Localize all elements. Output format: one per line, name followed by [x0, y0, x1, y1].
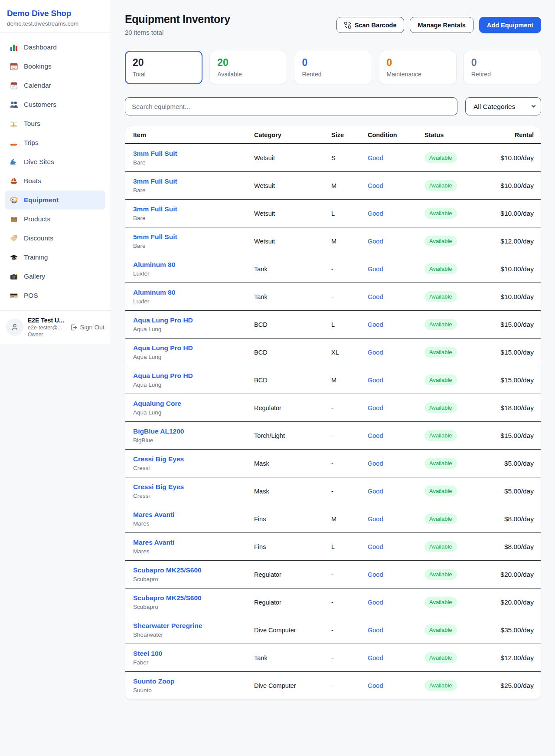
item-name-link[interactable]: Scubapro MK25/S600 [133, 566, 202, 574]
sidebar-item-label: Boats [24, 177, 41, 185]
sidebar-item-tours[interactable]: Tours [5, 114, 105, 133]
category-select-wrap: All Categories [465, 97, 541, 115]
table-row[interactable]: Aluminum 80 Luxfer Tank - Good Available… [125, 283, 541, 311]
table-row[interactable]: Cressi Big Eyes Cressi Mask - Good Avail… [125, 477, 541, 505]
table-row[interactable]: BigBlue AL1200 BigBlue Torch/Light - Goo… [125, 422, 541, 450]
sidebar-item-equipment[interactable]: Equipment [5, 191, 105, 210]
sidebar-nav: Dashboard 17 Bookings Calendar Customers… [0, 33, 111, 310]
stat-card-total[interactable]: 20 Total [125, 51, 202, 84]
item-category: BCD [254, 366, 331, 394]
item-name-link[interactable]: 5mm Full Suit [133, 233, 177, 241]
stat-card-available[interactable]: 20 Available [209, 51, 287, 84]
condition-link[interactable]: Good [368, 377, 383, 384]
sidebar-item-pos[interactable]: POS [5, 286, 105, 305]
scan-barcode-button[interactable]: Scan Barcode [336, 17, 405, 33]
item-size: - [331, 644, 368, 672]
condition-link[interactable]: Good [368, 571, 383, 578]
sidebar-item-calendar[interactable]: Calendar [5, 76, 105, 95]
item-name-link[interactable]: Aluminum 80 [133, 261, 175, 269]
table-row[interactable]: Scubapro MK25/S600 Scubapro Regulator - … [125, 561, 541, 588]
item-name-link[interactable]: 3mm Full Suit [133, 150, 177, 158]
item-brand: Aqua Lung [133, 381, 254, 388]
table-row[interactable]: 5mm Full Suit Bare Wetsuit M Good Availa… [125, 227, 541, 255]
condition-link[interactable]: Good [368, 654, 383, 661]
add-equipment-button[interactable]: Add Equipment [479, 17, 541, 33]
table-row[interactable]: 3mm Full Suit Bare Wetsuit S Good Availa… [125, 144, 541, 172]
sign-out-button[interactable]: Sign Out [70, 324, 104, 331]
table-row[interactable]: Aqua Lung Pro HD Aqua Lung BCD XL Good A… [125, 339, 541, 366]
dive-sites-icon [10, 158, 18, 166]
item-name-link[interactable]: Aluminum 80 [133, 289, 175, 296]
sidebar-item-dive-sites[interactable]: Dive Sites [5, 152, 105, 171]
condition-link[interactable]: Good [368, 154, 383, 161]
sidebar-item-discounts[interactable]: Discounts [5, 229, 105, 248]
condition-link[interactable]: Good [368, 516, 383, 523]
item-name-link[interactable]: Cressi Big Eyes [133, 483, 184, 491]
item-name-link[interactable]: Steel 100 [133, 650, 162, 657]
item-name-link[interactable]: Aqualung Core [133, 400, 181, 408]
item-name-link[interactable]: Suunto Zoop [133, 677, 175, 685]
condition-link[interactable]: Good [368, 404, 383, 411]
sidebar-item-trips[interactable]: Trips [5, 133, 105, 152]
condition-link[interactable]: Good [368, 349, 383, 356]
condition-link[interactable]: Good [368, 682, 383, 689]
user-meta: E2E Test U... e2e-tester@... Owner [28, 317, 65, 338]
table-row[interactable]: Suunto Zoop Suunto Dive Computer - Good … [125, 672, 541, 700]
search-input[interactable] [125, 97, 457, 115]
item-name-link[interactable]: Shearwater Peregrine [133, 622, 202, 630]
stat-card-rented[interactable]: 0 Rented [294, 51, 372, 84]
table-row[interactable]: 3mm Full Suit Bare Wetsuit L Good Availa… [125, 200, 541, 227]
sidebar-item-label: Trips [24, 139, 39, 147]
table-row[interactable]: Cressi Big Eyes Cressi Mask - Good Avail… [125, 450, 541, 477]
item-name-link[interactable]: 3mm Full Suit [133, 177, 177, 185]
item-name-link[interactable]: Aqua Lung Pro HD [133, 344, 193, 352]
item-name-link[interactable]: Aqua Lung Pro HD [133, 372, 193, 380]
condition-link[interactable]: Good [368, 543, 383, 550]
item-name-link[interactable]: Scubapro MK25/S600 [133, 594, 202, 602]
table-row[interactable]: Steel 100 Faber Tank - Good Available $1… [125, 644, 541, 672]
sidebar-item-dashboard[interactable]: Dashboard [5, 38, 105, 57]
condition-link[interactable]: Good [368, 238, 383, 245]
sidebar-item-boats[interactable]: Boats [5, 171, 105, 191]
table-row[interactable]: Shearwater Peregrine Shearwater Dive Com… [125, 616, 541, 644]
status-badge: Available [424, 402, 457, 413]
item-name-link[interactable]: BigBlue AL1200 [133, 427, 184, 435]
item-brand: Shearwater [133, 631, 254, 638]
sidebar-item-customers[interactable]: Customers [5, 95, 105, 114]
condition-link[interactable]: Good [368, 182, 383, 189]
table-row[interactable]: 3mm Full Suit Bare Wetsuit M Good Availa… [125, 172, 541, 200]
table-row[interactable]: Mares Avanti Mares Fins M Good Available… [125, 505, 541, 533]
brand-name[interactable]: Demo Dive Shop [7, 9, 104, 18]
sidebar-item-label: Training [24, 253, 48, 261]
condition-link[interactable]: Good [368, 627, 383, 634]
sidebar-item-gallery[interactable]: Gallery [5, 267, 105, 286]
table-row[interactable]: Aluminum 80 Luxfer Tank - Good Available… [125, 255, 541, 283]
table-row[interactable]: Aqua Lung Pro HD Aqua Lung BCD M Good Av… [125, 366, 541, 394]
condition-link[interactable]: Good [368, 460, 383, 467]
sidebar-item-bookings[interactable]: 17 Bookings [5, 57, 105, 76]
table-row[interactable]: Aqua Lung Pro HD Aqua Lung BCD L Good Av… [125, 311, 541, 339]
condition-link[interactable]: Good [368, 210, 383, 217]
stat-card-maintenance[interactable]: 0 Maintenance [379, 51, 457, 84]
condition-link[interactable]: Good [368, 432, 383, 439]
table-row[interactable]: Scubapro MK25/S600 Scubapro Regulator - … [125, 588, 541, 616]
table-row[interactable]: Mares Avanti Mares Fins L Good Available… [125, 533, 541, 561]
condition-link[interactable]: Good [368, 293, 383, 300]
condition-link[interactable]: Good [368, 266, 383, 273]
item-name-link[interactable]: Cressi Big Eyes [133, 455, 184, 463]
sidebar-item-label: Gallery [24, 273, 45, 280]
item-name-link[interactable]: Aqua Lung Pro HD [133, 316, 193, 324]
item-name-link[interactable]: Mares Avanti [133, 511, 174, 519]
manage-rentals-button[interactable]: Manage Rentals [410, 17, 473, 33]
category-select[interactable]: All Categories [465, 97, 541, 115]
stat-card-retired[interactable]: 0 Retired [464, 51, 541, 84]
item-name-link[interactable]: Mares Avanti [133, 539, 174, 546]
table-row[interactable]: Aqualung Core Aqua Lung Regulator - Good… [125, 394, 541, 422]
sidebar-item-training[interactable]: Training [5, 248, 105, 267]
item-brand: Bare [133, 243, 254, 249]
condition-link[interactable]: Good [368, 488, 383, 495]
condition-link[interactable]: Good [368, 599, 383, 606]
sidebar-item-products[interactable]: Products [5, 210, 105, 229]
item-name-link[interactable]: 3mm Full Suit [133, 205, 177, 213]
condition-link[interactable]: Good [368, 321, 383, 328]
